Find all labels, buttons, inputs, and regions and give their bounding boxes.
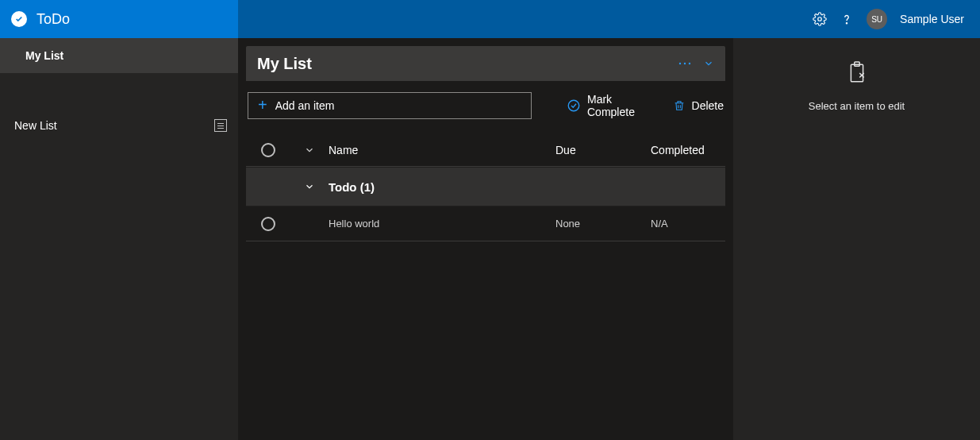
col-completed[interactable]: Completed <box>651 144 725 156</box>
svg-point-2 <box>679 63 681 64</box>
svg-point-5 <box>568 100 579 111</box>
sidebar-item-label: My List <box>25 49 63 62</box>
main-area: My List + Add an item <box>238 38 980 440</box>
table-row[interactable]: Hello world None N/A <box>246 206 725 241</box>
delete-label: Delete <box>692 99 724 112</box>
list-title: My List <box>257 55 312 73</box>
mark-complete-button[interactable]: Mark Complete <box>567 93 655 118</box>
list-icon <box>214 119 227 132</box>
group-label: Todo (1) <box>329 180 375 194</box>
svg-point-0 <box>818 17 822 21</box>
more-icon <box>678 61 692 66</box>
row-select-toggle[interactable] <box>261 217 275 231</box>
question-icon <box>840 12 854 26</box>
chevron-down-icon <box>304 181 315 192</box>
action-row: + Add an item Mark Complete Delete <box>246 92 725 119</box>
app-brand[interactable]: ToDo <box>0 0 238 38</box>
select-all-toggle[interactable] <box>261 143 275 157</box>
cell-name: Hello world <box>329 218 555 230</box>
sidebar-item-mylist[interactable]: My List <box>0 38 238 73</box>
delete-button[interactable]: Delete <box>673 98 724 113</box>
mark-complete-label: Mark Complete <box>587 93 655 118</box>
list-panel: My List + Add an item <box>238 38 733 440</box>
user-avatar[interactable]: SU <box>867 9 887 29</box>
cell-completed: N/A <box>651 218 725 230</box>
details-empty-message: Select an item to edit <box>809 100 905 112</box>
chevron-down-icon <box>703 58 714 69</box>
svg-rect-6 <box>851 64 863 82</box>
svg-point-3 <box>684 63 686 64</box>
app-title: ToDo <box>37 11 70 28</box>
col-due[interactable]: Due <box>555 144 651 156</box>
collapse-header-button[interactable] <box>703 58 714 69</box>
app-check-icon <box>11 11 27 27</box>
gear-icon <box>813 12 827 26</box>
new-list-button[interactable]: New List <box>0 108 238 143</box>
top-bar: ToDo SU Sample User <box>0 0 980 38</box>
expand-all-button[interactable] <box>290 145 329 156</box>
more-button[interactable] <box>678 61 692 66</box>
chevron-down-icon <box>304 145 315 156</box>
help-button[interactable] <box>840 12 854 26</box>
cell-due: None <box>555 218 651 230</box>
add-item-button[interactable]: + Add an item <box>248 92 532 119</box>
list-header: My List <box>246 46 725 81</box>
top-bar-right: SU Sample User <box>238 9 980 29</box>
svg-point-1 <box>846 23 847 24</box>
new-list-label: New List <box>14 119 57 132</box>
plus-icon: + <box>258 97 267 113</box>
svg-point-4 <box>689 63 690 64</box>
complete-icon <box>567 98 581 113</box>
sidebar-spacer <box>0 73 238 108</box>
clipboard-icon <box>847 60 867 86</box>
add-item-label: Add an item <box>275 99 335 112</box>
user-name: Sample User <box>900 13 964 25</box>
items-grid: Name Due Completed Todo (1) Hello world … <box>246 133 725 241</box>
sidebar: My List New List <box>0 38 238 440</box>
grid-header: Name Due Completed <box>246 133 725 167</box>
group-row[interactable]: Todo (1) <box>246 167 725 206</box>
settings-button[interactable] <box>813 12 827 26</box>
trash-icon <box>673 98 686 113</box>
details-panel: Select an item to edit <box>733 38 980 440</box>
col-name[interactable]: Name <box>329 144 555 156</box>
